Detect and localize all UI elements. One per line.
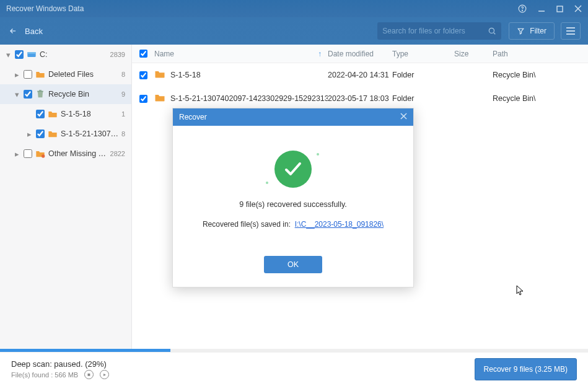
modal-saved-link[interactable]: I:\C__2023-05-18_091826\ <box>295 220 384 229</box>
chevron-right-icon[interactable]: ▸ <box>25 129 33 139</box>
stop-scan-button[interactable]: ■ <box>84 370 94 379</box>
help-icon[interactable] <box>518 4 527 13</box>
filter-button[interactable]: Filter <box>509 22 555 40</box>
search-input[interactable] <box>382 27 488 35</box>
folder-icon <box>154 69 165 81</box>
close-icon[interactable] <box>574 5 582 12</box>
svg-point-15 <box>42 154 45 157</box>
search-box[interactable] <box>377 22 501 40</box>
modal-close-button[interactable] <box>400 113 407 121</box>
file-type: Folder <box>392 71 454 79</box>
folder-icon <box>47 110 58 118</box>
column-path[interactable]: Path <box>493 50 588 58</box>
modal-title: Recover <box>179 113 207 121</box>
maximize-icon[interactable] <box>556 6 563 12</box>
tree-checkbox[interactable] <box>24 90 32 99</box>
folder-icon <box>35 149 46 158</box>
tree-item-deleted[interactable]: ▸ Deleted Files 8 <box>0 64 131 84</box>
menu-button[interactable] <box>561 22 581 40</box>
folder-icon <box>154 93 165 104</box>
folder-icon <box>47 129 58 138</box>
svg-rect-3 <box>557 6 563 12</box>
tree-checkbox[interactable] <box>36 129 45 138</box>
scan-found-text: File(s) found : 566 MB <box>11 371 78 379</box>
svg-rect-14 <box>39 90 42 90</box>
tree-item-sid2[interactable]: ▸ S-1-5-21-13074... 8 <box>0 124 131 144</box>
file-date: 2022-04-20 14:31 <box>328 71 392 79</box>
title-bar: Recover Windows Data <box>0 0 588 17</box>
tree-item-drive[interactable]: ▾ C: 2839 <box>0 45 131 64</box>
scan-progress-bar <box>0 349 588 352</box>
file-date: 2023-05-17 18:03 <box>328 94 392 103</box>
column-headers: Name↑ Date modified Type Size Path <box>132 45 588 63</box>
search-icon[interactable] <box>488 27 496 35</box>
back-button[interactable]: Back <box>7 27 43 36</box>
chevron-right-icon[interactable]: ▸ <box>12 70 21 79</box>
modal-ok-button[interactable]: OK <box>264 256 322 273</box>
file-row[interactable]: S-1-5-21-1307402097-1423302929-152923130… <box>132 87 588 110</box>
modal-message: 9 file(s) recovered successfully. <box>184 200 402 209</box>
drive-icon <box>26 50 37 59</box>
tree-item-othermissing[interactable]: ▸ Other Missing Files 2822 <box>0 144 131 164</box>
column-name[interactable]: Name↑ <box>154 50 328 58</box>
tree-item-recyclebin[interactable]: ▾ Recycle Bin 9 <box>0 84 131 104</box>
column-date[interactable]: Date modified <box>328 50 392 58</box>
select-all-checkbox[interactable] <box>139 50 147 58</box>
svg-point-6 <box>489 28 494 33</box>
svg-line-7 <box>494 33 496 35</box>
svg-rect-12 <box>27 52 35 54</box>
scan-status-text: Deep scan: paused. (29%) <box>11 359 109 369</box>
sort-asc-icon[interactable]: ↑ <box>318 50 322 58</box>
file-row[interactable]: S-1-5-18 2022-04-20 14:31 Folder Recycle… <box>132 63 588 87</box>
recycle-bin-icon <box>35 89 46 99</box>
recover-modal: Recover 9 file(s) recovered successfully… <box>172 108 414 287</box>
footer: Deep scan: paused. (29%) File(s) found :… <box>0 352 588 386</box>
folder-icon <box>35 70 46 79</box>
modal-saved-label: Recovered file(s) saved in: <box>203 220 291 229</box>
scan-progress-done <box>0 349 170 352</box>
column-type[interactable]: Type <box>392 50 454 58</box>
menu-icon <box>566 27 575 35</box>
chevron-right-icon[interactable]: ▸ <box>12 149 21 159</box>
sidebar: ▾ C: 2839 ▸ Deleted Files 8 ▾ Recycle Bi… <box>0 45 132 349</box>
chevron-down-icon[interactable]: ▾ <box>4 50 12 59</box>
tree-checkbox[interactable] <box>24 70 32 79</box>
file-name: S-1-5-18 <box>170 71 201 79</box>
back-label: Back <box>25 27 43 36</box>
tree-checkbox[interactable] <box>36 110 45 118</box>
file-path: Recycle Bin\ <box>493 94 588 103</box>
chevron-down-icon[interactable]: ▾ <box>12 90 21 99</box>
file-type: Folder <box>392 94 454 103</box>
modal-titlebar: Recover <box>173 108 413 126</box>
svg-rect-13 <box>37 91 43 92</box>
toolbar: Back Filter <box>0 17 588 45</box>
recover-button[interactable]: Recover 9 files (3.25 MB) <box>475 358 577 380</box>
row-checkbox[interactable] <box>139 71 147 79</box>
column-size[interactable]: Size <box>454 50 493 58</box>
filter-label: Filter <box>530 27 546 35</box>
tree-checkbox[interactable] <box>15 50 24 59</box>
filter-icon <box>517 27 525 35</box>
tree-checkbox[interactable] <box>24 149 32 158</box>
tree-item-sid1[interactable]: S-1-5-18 1 <box>0 104 131 124</box>
svg-point-1 <box>522 10 523 11</box>
file-path: Recycle Bin\ <box>493 71 588 79</box>
resume-scan-button[interactable]: ▸ <box>100 370 109 379</box>
close-icon <box>400 113 407 120</box>
window-title: Recover Windows Data <box>6 4 84 13</box>
row-checkbox[interactable] <box>139 95 147 103</box>
file-name: S-1-5-21-1307402097-1423302929-152923130… <box>170 94 328 103</box>
minimize-icon[interactable] <box>538 5 545 12</box>
success-icon <box>274 151 312 188</box>
